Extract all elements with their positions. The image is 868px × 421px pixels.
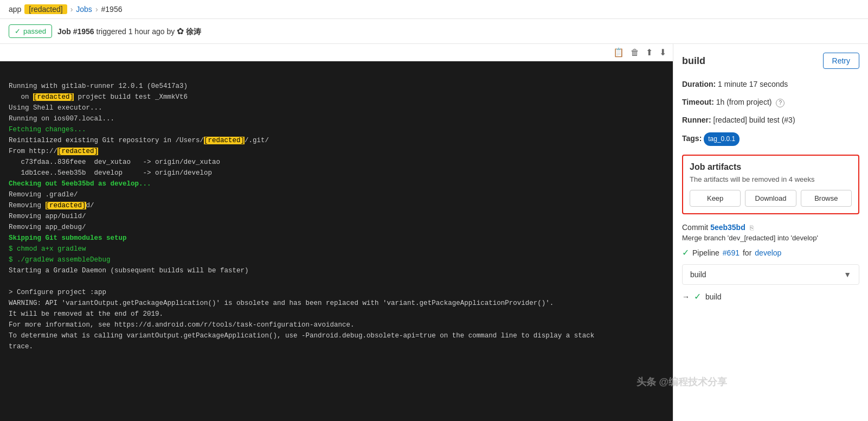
- browse-button[interactable]: Browse: [801, 190, 852, 207]
- line-21: It will be removed at the end of 2019.: [9, 310, 163, 318]
- pipeline-passed-icon: ✓: [682, 247, 689, 258]
- commit-hash-link[interactable]: 5eeb35bd: [710, 223, 745, 232]
- arrow-icon: →: [682, 292, 690, 301]
- artifacts-title: Job artifacts: [690, 162, 852, 172]
- line-4: Running on ios007.local...: [9, 115, 114, 123]
- artifacts-desc: The artifacts will be removed in 4 weeks: [690, 175, 852, 183]
- line-9: 1db1cee..5eeb35b develop -> origin/devel…: [9, 169, 212, 177]
- passed-badge: ✓ passed: [9, 24, 52, 38]
- pipeline-link[interactable]: #691: [723, 248, 740, 257]
- status-bar: ✓ passed Job #1956 triggered 1 hour ago …: [0, 19, 868, 44]
- artifacts-box: Job artifacts The artifacts will be remo…: [682, 155, 859, 214]
- build-result-label: build: [705, 292, 722, 301]
- tags-row: Tags: tag_0.0.1: [682, 132, 859, 146]
- trigger-text: triggered 1 hour ago by: [97, 27, 177, 36]
- timeout-val: 1h (from project): [716, 98, 772, 106]
- line-11: Removing .gradle/: [9, 191, 78, 199]
- commit-section: Commit 5eeb35bd ⎘: [682, 223, 859, 232]
- user-icon: ✿: [177, 27, 184, 36]
- line-15: Skipping Git submodules setup: [9, 234, 127, 242]
- runner-value-rest: build test (#3): [747, 116, 795, 124]
- build-passed-icon: ✓: [694, 291, 701, 302]
- scroll-bottom-icon[interactable]: ⬇: [659, 47, 666, 58]
- check-icon: ✓: [15, 27, 21, 35]
- line-2: on [redacted] project build test _XmmkVt…: [9, 93, 188, 101]
- line-10: Checking out 5eeb35bd as develop...: [9, 180, 151, 188]
- status-info: Job #1956 triggered 1 hour ago by ✿ 徐涛: [57, 26, 201, 37]
- copy-raw-icon[interactable]: 📋: [613, 47, 624, 58]
- line-1: Running with gitlab-runner 12.0.1 (0e541…: [9, 82, 188, 90]
- pipeline-row: ✓ Pipeline #691 for develop: [682, 247, 859, 258]
- timeout-label: Timeout:: [682, 98, 714, 106]
- line-24: trace.: [9, 343, 33, 350]
- breadcrumb-number: #1956: [101, 5, 123, 14]
- line-8: c73fdaa..836feee dev_xutao -> origin/dev…: [9, 158, 220, 166]
- pipeline-for: for: [743, 248, 751, 257]
- breadcrumb: app [redacted] › Jobs › #1956: [0, 0, 868, 19]
- user-name: 徐涛: [186, 27, 201, 36]
- erase-log-icon[interactable]: 🗑: [631, 48, 639, 58]
- line-5: Fetching changes...: [9, 126, 86, 133]
- line-3: Using Shell executor...: [9, 104, 102, 112]
- line-16: $ chmod a+x gradlew: [9, 245, 86, 253]
- sidebar-header: build Retry: [682, 53, 859, 69]
- passed-label: passed: [23, 27, 46, 35]
- copy-commit-icon[interactable]: ⎘: [750, 224, 754, 232]
- runner-label: Runner:: [682, 116, 711, 124]
- build-stage-dropdown[interactable]: build ▼: [682, 264, 859, 285]
- breadcrumb-project: [redacted]: [24, 4, 67, 14]
- artifacts-buttons: Keep Download Browse: [690, 190, 852, 207]
- line-22: For more information, see https://d.andr…: [9, 321, 355, 329]
- runner-row: Runner: [redacted] build test (#3): [682, 113, 859, 127]
- duration-val: 1 minute 17 seconds: [718, 80, 788, 88]
- keep-button[interactable]: Keep: [690, 190, 741, 207]
- breadcrumb-app: app: [9, 5, 21, 14]
- retry-button[interactable]: Retry: [823, 53, 859, 69]
- line-23: To determine what is calling variantOutp…: [9, 332, 594, 340]
- commit-message: Merge branch 'dev_[redacted] into 'devel…: [682, 234, 859, 242]
- terminal-output: Running with gitlab-runner 12.0.1 (0e541…: [0, 61, 673, 421]
- timeout-row: Timeout: 1h (from project) ?: [682, 95, 859, 109]
- line-13: Removing app/build/: [9, 213, 86, 220]
- build-result-row: → ✓ build: [682, 291, 859, 302]
- runner-redacted: [redacted]: [713, 116, 747, 124]
- line-12: Removing [redacted]d/: [9, 202, 94, 209]
- terminal-toolbar: 📋 🗑 ⬆ ⬇: [0, 44, 673, 61]
- duration-row: Duration: 1 minute 17 seconds: [682, 78, 859, 91]
- sidebar-title: build: [682, 55, 705, 67]
- main-layout: 📋 🗑 ⬆ ⬇ Running with gitlab-runner 12.0.…: [0, 44, 868, 421]
- line-20: WARNING: API 'variantOutput.getPackageAp…: [9, 299, 554, 307]
- help-icon[interactable]: ?: [776, 99, 785, 107]
- breadcrumb-jobs[interactable]: Jobs: [76, 5, 92, 14]
- duration-label: Duration:: [682, 80, 716, 88]
- scroll-top-icon[interactable]: ⬆: [646, 47, 653, 58]
- sidebar-panel: build Retry Duration: 1 minute 17 second…: [673, 44, 868, 421]
- line-17: $ ./gradlew assembleDebug: [9, 256, 111, 264]
- commit-label: Commit: [682, 223, 708, 232]
- pipeline-label: Pipeline: [692, 248, 719, 257]
- download-button[interactable]: Download: [745, 190, 796, 207]
- line-7: From http://[redacted]: [9, 148, 98, 155]
- terminal-panel: 📋 🗑 ⬆ ⬇ Running with gitlab-runner 12.0.…: [0, 44, 673, 421]
- chevron-down-icon: ▼: [844, 270, 851, 279]
- line-6: Reinitialized existing Git repository in…: [9, 137, 269, 144]
- job-label: Job #1956: [57, 27, 94, 36]
- branch-link[interactable]: develop: [755, 248, 781, 257]
- line-18: Starting a Gradle Daemon (subsequent bui…: [9, 267, 249, 275]
- line-14: Removing app_debug/: [9, 224, 86, 231]
- stage-label: build: [690, 270, 706, 279]
- tag-badge: tag_0.0.1: [704, 132, 740, 146]
- tags-label: Tags:: [682, 134, 702, 143]
- line-19: > Configure project :app: [9, 289, 106, 296]
